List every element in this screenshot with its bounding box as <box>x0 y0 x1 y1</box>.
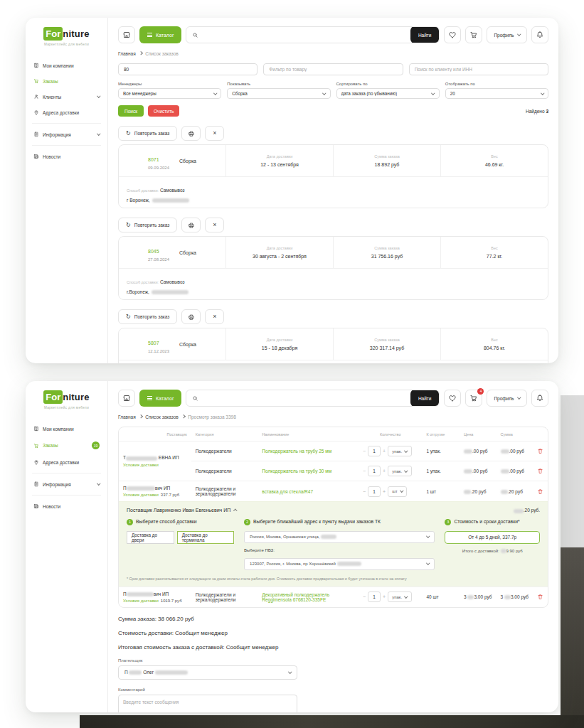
client-search-input[interactable] <box>409 63 548 75</box>
delete-item-button[interactable] <box>533 587 548 607</box>
sidebar-item-info[interactable]: Информация <box>32 127 101 142</box>
close-button[interactable]: × <box>205 126 224 141</box>
quantity-value[interactable]: 1 <box>368 592 381 602</box>
sidebar-item-addresses[interactable]: Адреса доставки <box>32 454 101 470</box>
per-page-select[interactable]: 20 <box>445 88 548 99</box>
sidebar-item-addresses[interactable]: Адреса доставки <box>32 105 101 120</box>
search-bar[interactable]: Найти <box>186 390 440 407</box>
close-button[interactable]: × <box>205 218 224 232</box>
profile-button[interactable]: Профиль <box>487 390 527 407</box>
print-button[interactable] <box>181 126 201 141</box>
order-number[interactable]: 8045 <box>148 249 159 254</box>
product-link[interactable]: Полкодержатель на трубу 25 мм <box>262 449 331 454</box>
store-button[interactable] <box>118 390 135 407</box>
breadcrumb-home[interactable]: Главная <box>118 51 136 56</box>
plus-button[interactable]: + <box>383 489 386 494</box>
logo[interactable]: For niture <box>32 390 101 404</box>
unit-select[interactable]: шт <box>388 486 407 497</box>
sidebar-item-companies[interactable]: Мои компании <box>32 58 101 73</box>
sidebar-item-companies[interactable]: Мои компании <box>32 421 101 437</box>
delete-item-button[interactable] <box>533 441 548 461</box>
trash-icon <box>537 468 543 474</box>
order-number-input[interactable] <box>118 63 258 75</box>
quantity-stepper: − 1 + шт <box>363 486 418 497</box>
quantity-value[interactable]: 1 <box>368 466 381 476</box>
plus-button[interactable]: + <box>383 594 386 599</box>
repeat-order-button[interactable]: ↻Повторить заказ <box>118 309 177 324</box>
unit-select[interactable]: упак. <box>388 466 411 476</box>
favorites-button[interactable] <box>444 26 461 43</box>
plus-button[interactable]: + <box>383 469 386 473</box>
delivery-door-option[interactable]: Доставка до двери <box>127 531 174 544</box>
comment-textarea[interactable] <box>118 695 297 712</box>
grand-total: Итоговая стоимость заказа с доставкой: С… <box>118 644 548 651</box>
catalog-button[interactable]: Каталог <box>139 26 181 43</box>
unit-select[interactable]: упак. <box>388 592 411 602</box>
breadcrumb-orders[interactable]: Список заказов <box>145 414 179 419</box>
sidebar-item-news[interactable]: Новости <box>32 498 101 514</box>
product-link[interactable]: Полкодержатель на трубу 30 мм <box>262 469 331 473</box>
plus-button[interactable]: + <box>383 449 386 454</box>
ship-qty-cell: 40 шт <box>422 587 460 607</box>
sidebar-item-news[interactable]: Новости <box>32 149 101 164</box>
cart-button[interactable]: 4 <box>465 390 482 407</box>
managers-select[interactable]: Все менеджеры <box>118 88 221 99</box>
pvz-select[interactable]: 123007, Россия, г. Москва, пр Хорошёвски… <box>244 558 435 570</box>
unit-select[interactable]: упак. <box>388 446 411 456</box>
product-link[interactable]: вставка для стекла/R47 <box>262 489 313 494</box>
sidebar-item-orders[interactable]: Заказы <box>32 73 101 89</box>
clear-button[interactable]: Очистить <box>148 105 179 117</box>
order-date: 12.12.2023 <box>148 349 169 353</box>
minus-button[interactable]: − <box>363 469 366 473</box>
order-card[interactable]: 804527.08.2024 Сборка Дата доставки30 ав… <box>118 236 548 300</box>
product-filter-input[interactable] <box>263 63 403 75</box>
print-button[interactable] <box>181 218 201 232</box>
order-card[interactable]: 580712.12.2023 Сборка Дата доставки15 - … <box>118 328 548 363</box>
search-icon <box>192 395 198 402</box>
minus-button[interactable]: − <box>363 594 366 599</box>
find-button[interactable]: Найти <box>410 26 440 43</box>
repeat-order-button[interactable]: ↻Повторить заказ <box>118 126 177 141</box>
order-number[interactable]: 8071 <box>148 157 159 162</box>
minus-button[interactable]: − <box>363 449 366 454</box>
show-select[interactable]: Сборка <box>227 88 330 99</box>
sidebar-item-orders[interactable]: Заказы 19 <box>32 437 101 454</box>
store-button[interactable] <box>118 26 135 43</box>
order-number[interactable]: 5807 <box>148 341 159 346</box>
search-input[interactable] <box>203 390 405 406</box>
address-select[interactable]: Россия, Москва, Оршанская улица, <box>244 531 435 543</box>
catalog-button[interactable]: Каталог <box>139 390 181 407</box>
logo[interactable]: For niture <box>32 27 101 41</box>
sidebar-item-info[interactable]: Информация <box>32 476 101 492</box>
delivery-terms-link[interactable]: Условия доставки <box>123 463 187 467</box>
chevron-up-icon[interactable] <box>233 509 237 513</box>
cart-button[interactable] <box>465 26 482 43</box>
order-detail-screenshot: For niture Маркетплейс для мебели Мои ко… <box>26 381 558 712</box>
quantity-value[interactable]: 1 <box>368 486 381 497</box>
find-button[interactable]: Найти <box>410 390 440 407</box>
favorites-button[interactable] <box>444 390 461 407</box>
notifications-button[interactable] <box>531 26 548 43</box>
delivery-terms-link[interactable]: Условия доставки1019.7 руб <box>123 599 187 603</box>
repeat-order-button[interactable]: ↻Повторить заказ <box>118 218 177 232</box>
close-button[interactable]: × <box>205 309 224 324</box>
order-card[interactable]: 807109.09.2024 Сборка Дата доставки12 - … <box>118 144 548 208</box>
delivery-terms-link[interactable]: Условия доставки337.7 руб <box>123 493 187 497</box>
search-bar[interactable]: Найти <box>186 26 440 43</box>
delete-item-button[interactable] <box>533 461 548 481</box>
delivery-terminal-option[interactable]: Доставка до терминала <box>177 531 234 544</box>
quantity-value[interactable]: 1 <box>368 446 381 456</box>
product-link[interactable]: Декоративный полкодержатель Reggimensola… <box>262 592 329 602</box>
sort-select[interactable]: дата заказа (по убыванию) <box>336 88 440 99</box>
payer-select[interactable]: П Олег <box>118 665 297 680</box>
logo-rest: niture <box>63 392 89 402</box>
notifications-button[interactable] <box>531 390 548 407</box>
search-button[interactable]: Поиск <box>118 105 144 117</box>
delete-item-button[interactable] <box>533 481 548 502</box>
breadcrumb-home[interactable]: Главная <box>118 414 136 419</box>
sidebar-item-clients[interactable]: Клиенты <box>32 89 101 105</box>
profile-button[interactable]: Профиль <box>487 26 527 43</box>
search-input[interactable] <box>203 27 405 43</box>
minus-button[interactable]: − <box>363 489 366 494</box>
print-button[interactable] <box>181 309 201 324</box>
